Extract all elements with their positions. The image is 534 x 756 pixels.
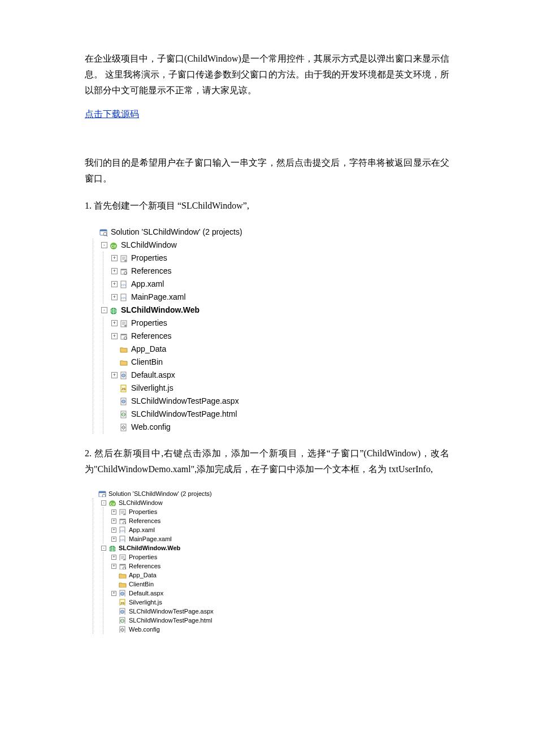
expand-toggle-icon[interactable]: +: [111, 281, 118, 287]
config-file-icon: [120, 424, 129, 431]
expand-toggle-icon[interactable]: +: [111, 333, 118, 339]
expand-toggle-icon[interactable]: +: [111, 564, 116, 569]
aspx-file-icon: [119, 608, 127, 615]
expand-toggle-icon[interactable]: +: [111, 320, 118, 326]
tree-item-app-xaml[interactable]: + App.xaml: [111, 525, 449, 534]
tree-item-silverlight-js[interactable]: + Silverlight.js: [111, 598, 449, 607]
solution-icon: [99, 228, 108, 236]
xaml-file-icon: [120, 293, 129, 301]
goal-paragraph: 我们的目的是希望用户在子窗口输入一串文字，然后点击提交后，字符串将被返回显示在父…: [85, 155, 449, 187]
tree-item-testpage-html[interactable]: + SLChildWindowTestPage.html: [111, 408, 449, 421]
tree-item-app-data[interactable]: + App_Data: [111, 343, 449, 356]
tree-item-mainpage-xaml[interactable]: + MainPage.xaml: [111, 291, 449, 304]
tree-label: SLChildWindowTestPage.html: [131, 408, 237, 421]
tree-item-clientbin[interactable]: + ClientBin: [111, 356, 449, 369]
config-file-icon: [119, 626, 127, 633]
solution-explorer-tree-1: + Solution 'SLChildWindow' (2 projects) …: [90, 225, 449, 434]
js-file-icon: [119, 599, 127, 606]
tree-item-testpage-aspx[interactable]: + SLChildWindowTestPage.aspx: [111, 607, 449, 616]
download-source-link[interactable]: 点击下载源码: [85, 106, 139, 122]
project-slchildwindow-web[interactable]: - SLChildWindow.Web: [101, 304, 449, 317]
tree-item-references[interactable]: + References: [111, 561, 449, 571]
folder-icon: [119, 581, 127, 587]
tree-label: Silverlight.js: [129, 598, 162, 607]
references-icon: [119, 563, 127, 569]
tree-label: App.xaml: [129, 525, 155, 534]
collapse-toggle-icon[interactable]: -: [101, 546, 106, 551]
tree-item-mainpage-xaml[interactable]: + MainPage.xaml: [111, 534, 449, 543]
intro-paragraph: 在企业级项目中，子窗口(ChildWindow)是一个常用控件，其展示方式是以弹…: [85, 51, 449, 98]
tree-label: Properties: [129, 552, 157, 561]
tree-label: References: [131, 265, 172, 278]
xaml-file-icon: [119, 535, 127, 542]
tree-label: Web.config: [131, 421, 171, 434]
tree-item-app-data[interactable]: + App_Data: [111, 571, 449, 580]
tree-label: MainPage.xaml: [131, 291, 186, 304]
expand-toggle-icon[interactable]: +: [111, 294, 118, 300]
tree-item-references[interactable]: + References: [111, 516, 449, 525]
tree-label: SLChildWindowTestPage.aspx: [131, 395, 239, 408]
tree-item-silverlight-js[interactable]: + Silverlight.js: [111, 382, 449, 395]
tree-label: SLChildWindow.Web: [121, 304, 199, 317]
tree-item-web-config[interactable]: + Web.config: [111, 421, 449, 434]
webproj-icon: [110, 306, 119, 314]
tree-label: SLChildWindowTestPage.aspx: [129, 607, 214, 616]
tree-label: References: [129, 561, 160, 571]
properties-icon: [120, 254, 129, 262]
project-slchildwindow[interactable]: - SLChildWindow: [101, 498, 449, 507]
tree-item-web-config[interactable]: + Web.config: [111, 625, 449, 634]
properties-icon: [119, 554, 127, 560]
folder-icon: [120, 358, 129, 366]
project-slchildwindow-web[interactable]: - SLChildWindow.Web: [101, 543, 449, 552]
tree-item-references[interactable]: + References: [111, 330, 449, 343]
properties-icon: [120, 319, 129, 327]
tree-item-clientbin[interactable]: + ClientBin: [111, 580, 449, 589]
article-body: 在企业级项目中，子窗口(ChildWindow)是一个常用控件，其展示方式是以弹…: [0, 0, 534, 714]
tree-item-testpage-aspx[interactable]: + SLChildWindowTestPage.aspx: [111, 395, 449, 408]
expand-toggle-icon[interactable]: +: [111, 519, 116, 524]
expand-toggle-icon[interactable]: +: [111, 591, 116, 596]
tree-item-properties[interactable]: + Properties: [111, 252, 449, 265]
tree-item-properties[interactable]: + Properties: [111, 317, 449, 330]
tree-item-app-xaml[interactable]: + App.xaml: [111, 278, 449, 291]
csproj-icon: [110, 241, 119, 249]
tree-item-default-aspx[interactable]: + Default.aspx: [111, 589, 449, 598]
project-slchildwindow[interactable]: - SLChildWindow: [101, 239, 449, 252]
folder-icon: [120, 345, 129, 353]
expand-toggle-icon[interactable]: +: [111, 255, 118, 261]
tree-item-default-aspx[interactable]: + Default.aspx: [111, 369, 449, 382]
collapse-toggle-icon[interactable]: -: [101, 307, 107, 313]
tree-item-testpage-html[interactable]: + SLChildWindowTestPage.html: [111, 616, 449, 625]
collapse-toggle-icon[interactable]: -: [101, 242, 107, 248]
folder-icon: [119, 572, 127, 578]
tree-label: Properties: [131, 252, 167, 265]
tree-label: SLChildWindowTestPage.html: [129, 616, 212, 625]
references-icon: [120, 332, 129, 340]
collapse-toggle-icon[interactable]: -: [101, 500, 106, 506]
tree-label: Default.aspx: [129, 589, 163, 598]
expand-toggle-icon[interactable]: +: [111, 537, 116, 542]
expand-toggle-icon[interactable]: +: [111, 528, 116, 533]
js-file-icon: [120, 385, 129, 392]
tree-item-properties[interactable]: + Properties: [111, 552, 449, 561]
aspx-file-icon: [120, 371, 129, 379]
tree-label: App_Data: [129, 571, 157, 580]
tree-label: App_Data: [131, 343, 166, 356]
csproj-icon: [108, 499, 116, 506]
solution-root[interactable]: + Solution 'SLChildWindow' (2 projects): [91, 226, 449, 239]
solution-icon: [98, 490, 106, 497]
xaml-file-icon: [119, 526, 127, 533]
expand-toggle-icon[interactable]: +: [111, 372, 118, 378]
expand-toggle-icon[interactable]: +: [111, 555, 116, 560]
tree-label: References: [129, 516, 160, 525]
tree-item-references[interactable]: + References: [111, 265, 449, 278]
aspx-file-icon: [119, 590, 127, 597]
tree-label: Solution 'SLChildWindow' (2 projects): [111, 226, 242, 239]
tree-label: Properties: [131, 317, 167, 330]
tree-item-properties[interactable]: + Properties: [111, 507, 449, 516]
solution-root[interactable]: + Solution 'SLChildWindow' (2 projects): [91, 489, 449, 498]
expand-toggle-icon[interactable]: +: [111, 268, 118, 274]
expand-toggle-icon[interactable]: +: [111, 509, 116, 515]
aspx-file-icon: [120, 398, 129, 405]
references-icon: [120, 267, 129, 275]
